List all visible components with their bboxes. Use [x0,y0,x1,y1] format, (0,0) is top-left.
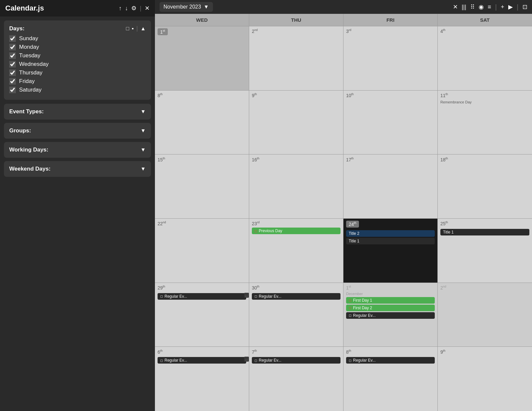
event-icon: ◻ [254,229,257,233]
tuesday-checkbox[interactable] [9,52,16,59]
calendar-row: 6th ... ◻ Regular Ev... 7th ◻ Regular Ev… [155,347,532,411]
working-days-arrow: ▼ [140,147,146,153]
calendar-row: 15th 16th 17th 18th [155,154,532,219]
day-sunday: Sunday [9,35,146,42]
close-toolbar-icon[interactable]: ✕ [453,3,458,11]
calendar-cell[interactable]: 11th Remembrance Day [438,91,532,154]
date-number: 16th [252,157,259,162]
calendar-cell[interactable]: 7th ◻ Regular Ev... [249,347,343,411]
day-saturday: Saturday [9,87,146,93]
calendar-cell[interactable]: 22nd [155,219,249,283]
date-number: 18th [440,157,448,162]
day-monday: Monday [9,44,146,50]
calendar-cell[interactable]: 23rd ◻ Previous Day [249,219,343,283]
groups-section[interactable]: Groups: ▼ [4,123,151,139]
date-number: 2nd [252,28,258,34]
calendar-cell[interactable]: 18th [438,154,532,218]
thursday-label: Thursday [19,69,43,76]
scroll-up-icon[interactable]: ↑ [119,5,122,12]
event-label: Previous Day [259,229,282,233]
wednesday-label: Wednesday [19,61,48,68]
calendar-cell-december1[interactable]: 1st December ◻ First Day 1 ◻ First Day 2… [343,283,438,347]
event-badge-title2[interactable]: Title 2 [346,230,435,237]
event-types-section[interactable]: Event Types: ▼ [4,104,151,120]
toolbar-divider-1: | [495,3,497,11]
overflow-indicator: ... [244,293,249,298]
calendar-cell[interactable]: 25th Title 1 [438,219,532,283]
fullscreen-icon[interactable]: ⊡ [522,3,527,11]
calendar-cell[interactable]: 4th [438,26,532,90]
grid-view-icon[interactable]: ▪ [132,26,134,32]
monday-checkbox[interactable] [9,44,16,50]
close-icon[interactable]: ✕ [145,5,150,12]
event-badge-regular-6[interactable]: ◻ Regular Ev... [158,357,246,364]
calendar-cell[interactable]: 9th [249,91,343,154]
weekend-days-section[interactable]: Weekend Days: ▼ [4,161,151,177]
sunday-checkbox[interactable] [9,35,16,42]
calendar-cell[interactable]: 8th [155,91,249,154]
date-number: 17th [346,157,354,162]
month-label: December [346,292,435,296]
event-badge-regular-dec1[interactable]: ◻ Regular Ev... [346,312,435,319]
date-number: 9th [440,349,445,355]
calendar-cell[interactable]: 17th [343,154,438,218]
month-selector[interactable]: November 2023 ▼ [160,2,213,12]
event-badge-regular-7[interactable]: ◻ Regular Ev... [252,357,340,364]
event-label: Regular Ev... [353,358,375,363]
pause-icon[interactable]: ||| [462,4,466,11]
calendar-body: 1st 2nd 3rd 4th 8th 9th [155,26,532,411]
friday-label: Friday [19,78,35,85]
calendar-cell[interactable]: 15th [155,154,249,218]
expand-icon[interactable]: ▲ [140,26,146,32]
grid-icon[interactable]: ⠿ [470,3,475,11]
calendar-cell[interactable]: 1st [155,26,249,90]
event-badge-regular-30[interactable]: ◻ Regular Ev... [252,293,340,300]
event-badge-firstday1[interactable]: ◻ First Day 1 [346,297,435,304]
calendar-cell[interactable]: 29th ... ◻ Regular Ev... [155,283,249,347]
play-icon[interactable]: ▶ [508,3,513,11]
calendar-cell[interactable]: 9th [438,347,532,411]
eye-icon[interactable]: ◉ [479,3,484,11]
calendar-cell[interactable]: 8th ◻ Regular Ev... [343,347,438,411]
sunday-label: Sunday [19,35,38,42]
calendar-cell-today[interactable]: 24th Title 2 Title 1 [343,219,438,283]
list-icon[interactable]: ≡ [488,4,491,11]
event-badge-firstday2[interactable]: ◻ First Day 2 [346,305,435,311]
calendar-row: 22nd 23rd ◻ Previous Day 24th Title 2 Ti… [155,219,532,283]
friday-checkbox[interactable] [9,78,16,85]
calendar-cell[interactable]: 2nd [249,26,343,90]
working-days-section[interactable]: Working Days: ▼ [4,142,151,158]
calendar-cell[interactable]: 30th ◻ Regular Ev... [249,283,343,347]
calendar-cell[interactable]: 10th [343,91,438,154]
header-thu: THU [249,14,343,26]
days-label: Days: [9,25,24,32]
thursday-checkbox[interactable] [9,69,16,76]
event-badge-regular-29[interactable]: ◻ Regular Ev... [158,293,246,300]
calendar-cell[interactable]: 16th [249,154,343,218]
header-fri: FRI [343,14,438,26]
event-icon: ◻ [254,359,257,362]
date-number: 3rd [346,28,351,34]
event-label: Regular Ev... [164,358,187,363]
calendar-row: 1st 2nd 3rd 4th [155,26,532,91]
settings-icon[interactable]: ⚙ [131,5,136,12]
event-badge-title1-sat[interactable]: Title 1 [440,229,529,235]
list-view-icon[interactable]: □ [126,26,129,32]
sidebar: Calendar.js ↑ ↓ ⚙ | ✕ Days: □ ▪ | ▲ Sund… [0,0,155,411]
event-icon: ◻ [160,294,163,298]
calendar-cell[interactable]: 6th ... ◻ Regular Ev... [155,347,249,411]
calendar-row: 29th ... ◻ Regular Ev... 30th ◻ Regular … [155,283,532,347]
wednesday-checkbox[interactable] [9,61,16,68]
event-label: Title 1 [349,239,359,243]
calendar-cell-december2[interactable]: 2nd [438,283,532,347]
day-headers: WED THU FRI SAT [155,14,532,26]
working-days-label: Working Days: [9,147,48,153]
calendar-cell[interactable]: 3rd [343,26,438,90]
event-badge-title1-fri[interactable]: Title 1 [346,238,435,244]
date-number: 24th [346,221,359,228]
saturday-checkbox[interactable] [9,87,16,93]
scroll-down-icon[interactable]: ↓ [125,5,128,12]
event-badge-regular-8[interactable]: ◻ Regular Ev... [346,357,435,364]
event-badge-previous-day[interactable]: ◻ Previous Day [252,228,340,234]
add-icon[interactable]: + [501,4,504,11]
